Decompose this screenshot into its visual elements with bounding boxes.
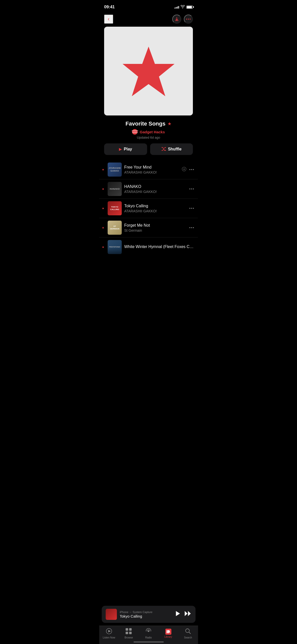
back-button[interactable]: ‹ [104, 15, 113, 24]
song-actions-4 [189, 227, 194, 228]
song-artist-1: ATARASHII GAKKO! [124, 170, 179, 174]
song-download-1[interactable] [182, 167, 186, 172]
song-favorite-star-4: ★ [101, 226, 105, 229]
svg-marker-0 [122, 47, 174, 96]
song-title-5: White Winter Hymnal (Fleet Foxes Cover) [124, 245, 194, 249]
song-more-2[interactable] [189, 188, 194, 189]
song-thumb-3: TOKYOCALLING [108, 201, 122, 215]
song-favorite-star-2: ★ [101, 187, 105, 191]
updated-text: Updated 6d ago [104, 136, 193, 139]
song-info-1: Free Your Mind ATARASHII GAKKO! [124, 165, 179, 174]
nav-actions [172, 15, 193, 24]
song-info-4: Forget Me Not St Germain [124, 223, 187, 232]
song-more-1[interactable] [189, 169, 194, 170]
wifi-icon [181, 5, 185, 9]
song-item-1[interactable]: ★ ATARASHIIGAKKO Free Your Mind ATARASHI… [99, 160, 198, 179]
play-button[interactable]: ▶ Play [104, 143, 147, 155]
song-thumb-2: HANAKO [108, 182, 122, 196]
song-favorite-star-3: ★ [101, 207, 105, 210]
song-title-3: Tokyo Calling [124, 204, 187, 208]
battery-icon [186, 6, 193, 9]
song-actions-3 [189, 208, 194, 209]
status-icons [175, 5, 193, 9]
artist-row: GADGETHACKS Gadget Hacks [104, 129, 193, 135]
song-list: ★ ATARASHIIGAKKO Free Your Mind ATARASHI… [99, 160, 198, 262]
status-bar: 09:41 [99, 0, 198, 13]
song-favorite-star-1: ★ [101, 168, 105, 171]
song-item-5[interactable]: ★ PENTATONIX White Winter Hymnal (Fleet … [99, 237, 198, 262]
artist-avatar: GADGETHACKS [132, 129, 138, 135]
playlist-favorite-star: ★ [167, 121, 172, 127]
song-artist-2: ATARASHII GAKKO! [124, 190, 187, 194]
song-title-4: Forget Me Not [124, 223, 187, 228]
artist-name[interactable]: Gadget Hacks [140, 130, 165, 134]
song-title-1: Free Your Mind [124, 165, 179, 170]
nav-bar: ‹ [99, 13, 198, 27]
shuffle-label: Shuffle [168, 147, 182, 151]
playlist-star-art [120, 42, 177, 100]
signal-icon [175, 6, 179, 9]
song-info-3: Tokyo Calling ATARASHII GAKKO! [124, 204, 187, 213]
album-art [104, 27, 193, 115]
playlist-info: Favorite Songs ★ GADGETHACKS Gadget Hack… [99, 120, 198, 143]
song-actions-1 [182, 167, 194, 172]
status-time: 09:41 [104, 5, 115, 10]
playlist-title: Favorite Songs [125, 120, 165, 127]
shuffle-icon [161, 147, 166, 151]
song-more-3[interactable] [189, 208, 194, 209]
song-actions-2 [189, 188, 194, 189]
album-art-container [99, 27, 198, 120]
song-item-4[interactable]: ★ STGERMAIN Forget Me Not St Germain [99, 218, 198, 237]
play-label: Play [124, 147, 132, 151]
song-thumb-1: ATARASHIIGAKKO [108, 163, 122, 177]
song-info-2: HANAKO ATARASHII GAKKO! [124, 184, 187, 194]
play-icon: ▶ [119, 147, 122, 151]
song-item-2[interactable]: ★ HANAKO HANAKO ATARASHII GAKKO! [99, 179, 198, 199]
song-info-5: White Winter Hymnal (Fleet Foxes Cover) [124, 245, 194, 250]
song-more-4[interactable] [189, 227, 194, 228]
more-options-button[interactable] [184, 15, 193, 24]
song-favorite-star-5: ★ [101, 246, 105, 249]
song-thumb-4: STGERMAIN [108, 221, 122, 235]
song-title-2: HANAKO [124, 184, 187, 189]
song-artist-3: ATARASHII GAKKO! [124, 209, 187, 213]
download-button[interactable] [172, 15, 181, 24]
playlist-title-row: Favorite Songs ★ [104, 120, 193, 127]
song-item-3[interactable]: ★ TOKYOCALLING Tokyo Calling ATARASHII G… [99, 199, 198, 218]
shuffle-button[interactable]: Shuffle [150, 143, 193, 155]
song-artist-4: St Germain [124, 228, 187, 232]
song-thumb-5: PENTATONIX [108, 240, 122, 254]
action-buttons: ▶ Play Shuffle [99, 143, 198, 160]
